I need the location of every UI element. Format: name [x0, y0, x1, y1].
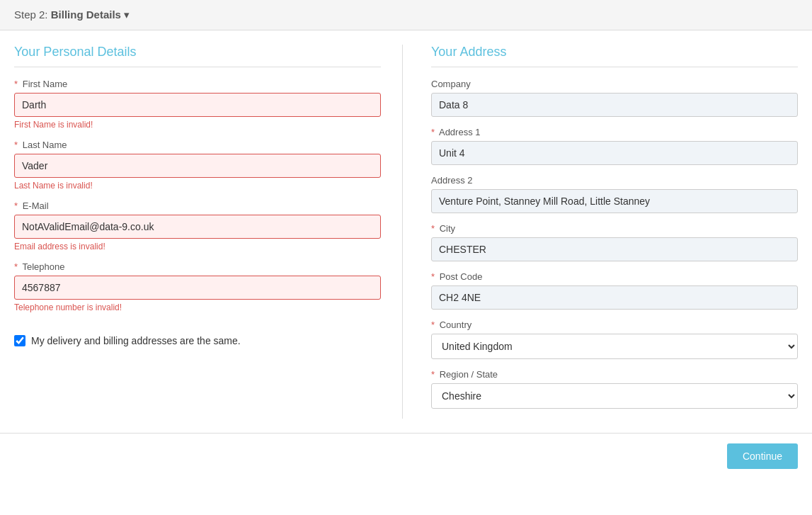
address-section-title: Your Address [431, 45, 798, 67]
region-group: * Region / State Cheshire Lancashire Yor… [431, 369, 798, 409]
telephone-group: * Telephone Telephone number is invalid! [14, 261, 381, 312]
region-select[interactable]: Cheshire Lancashire Yorkshire London [431, 383, 798, 409]
continue-button[interactable]: Continue [727, 443, 798, 469]
last-name-error: Last Name is invalid! [14, 181, 381, 191]
last-name-label: * Last Name [14, 140, 381, 150]
email-required: * [14, 200, 18, 211]
postcode-required: * [431, 271, 435, 282]
address2-label: Address 2 [431, 175, 798, 186]
first-name-group: * First Name First Name is invalid! [14, 79, 381, 130]
telephone-required: * [14, 261, 18, 272]
main-content: Your Personal Details * First Name First… [0, 30, 812, 433]
email-error: Email address is invalid! [14, 242, 381, 251]
delivery-checkbox-row: My delivery and billing addresses are th… [14, 327, 381, 355]
step-name: Billing Details [51, 9, 121, 21]
last-name-input[interactable] [14, 154, 381, 178]
company-group: Company [431, 79, 798, 117]
first-name-error: First Name is invalid! [14, 120, 381, 130]
first-name-input[interactable] [14, 93, 381, 117]
address1-label: * Address 1 [431, 127, 798, 137]
address2-input[interactable] [431, 189, 798, 213]
city-input[interactable] [431, 237, 798, 261]
address1-input[interactable] [431, 141, 798, 165]
email-group: * E-Mail Email address is invalid! [14, 200, 381, 251]
company-input[interactable] [431, 93, 798, 117]
first-name-required: * [14, 79, 18, 89]
last-name-group: * Last Name Last Name is invalid! [14, 140, 381, 191]
delivery-checkbox-label: My delivery and billing addresses are th… [31, 335, 241, 346]
region-label: * Region / State [431, 369, 798, 380]
postcode-group: * Post Code [431, 271, 798, 310]
city-required: * [431, 223, 435, 234]
header-bar: Step 2: Billing Details ▾ [0, 0, 812, 30]
first-name-label: * First Name [14, 79, 381, 89]
country-required: * [431, 319, 435, 330]
country-dropdown-wrapper: United Kingdom United States Germany Fra… [431, 334, 798, 359]
region-dropdown-wrapper: Cheshire Lancashire Yorkshire London [431, 383, 798, 409]
step-label: Step 2: Billing Details ▾ [14, 9, 130, 21]
dropdown-arrow-icon[interactable]: ▾ [124, 9, 130, 21]
telephone-label: * Telephone [14, 261, 381, 272]
address1-required: * [431, 127, 435, 137]
city-label: * City [431, 223, 798, 234]
country-label: * Country [431, 319, 798, 330]
email-label: * E-Mail [14, 200, 381, 211]
city-group: * City [431, 223, 798, 261]
right-panel: Your Address Company * Address 1 Address… [424, 45, 798, 419]
address1-group: * Address 1 [431, 127, 798, 165]
country-group: * Country United Kingdom United States G… [431, 319, 798, 359]
delivery-checkbox[interactable] [14, 335, 25, 346]
address2-group: Address 2 [431, 175, 798, 213]
last-name-required: * [14, 140, 18, 150]
left-panel: Your Personal Details * First Name First… [14, 45, 403, 419]
country-select[interactable]: United Kingdom United States Germany Fra… [431, 334, 798, 359]
telephone-input[interactable] [14, 276, 381, 300]
email-input[interactable] [14, 215, 381, 239]
region-required: * [431, 369, 435, 380]
company-label: Company [431, 79, 798, 89]
postcode-label: * Post Code [431, 271, 798, 282]
personal-section-title: Your Personal Details [14, 45, 381, 67]
telephone-error: Telephone number is invalid! [14, 302, 381, 312]
footer-bar: Continue [0, 433, 812, 479]
postcode-input[interactable] [431, 285, 798, 310]
